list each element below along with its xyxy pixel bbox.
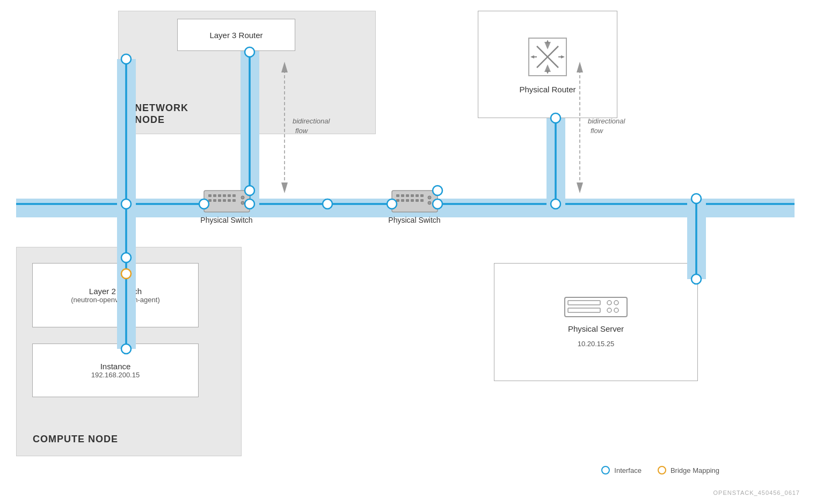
svg-point-64	[245, 186, 254, 195]
svg-point-69	[433, 199, 442, 209]
svg-rect-54	[401, 199, 404, 202]
svg-rect-24	[547, 118, 565, 207]
svg-marker-10	[561, 55, 565, 59]
legend-interface: Interface	[601, 466, 642, 474]
svg-rect-53	[396, 199, 399, 202]
svg-text:bidirectional: bidirectional	[588, 117, 625, 125]
svg-point-60	[428, 201, 431, 204]
svg-rect-46	[392, 191, 438, 212]
legend: Interface Bridge Mapping	[601, 466, 719, 474]
svg-marker-86	[577, 182, 583, 193]
physical-server-box: Physical Server 10.20.15.25	[494, 263, 698, 381]
svg-rect-31	[208, 194, 212, 197]
svg-point-68	[433, 186, 442, 195]
svg-point-65	[245, 199, 254, 209]
svg-marker-81	[281, 182, 288, 193]
l3-router-label: Layer 3 Router	[209, 31, 263, 40]
svg-rect-40	[223, 199, 226, 202]
bridge-mapping-icon	[658, 466, 666, 474]
svg-point-66	[323, 199, 332, 209]
l2-switch-sublabel: (neutron-openvswitch-agent)	[71, 296, 159, 304]
svg-marker-9	[530, 55, 534, 59]
svg-rect-41	[228, 199, 231, 202]
svg-rect-39	[218, 199, 221, 202]
svg-point-59	[428, 196, 431, 199]
svg-point-17	[614, 308, 618, 312]
svg-rect-32	[213, 194, 216, 197]
svg-rect-18	[16, 199, 795, 217]
l2-switch-label: Layer 2 Switch	[89, 287, 142, 296]
svg-point-72	[691, 194, 701, 203]
svg-rect-36	[232, 194, 236, 197]
svg-rect-49	[406, 194, 409, 197]
svg-rect-48	[401, 194, 404, 197]
svg-marker-7	[546, 40, 549, 43]
instance-label: Instance	[100, 362, 131, 371]
svg-point-63	[199, 199, 209, 209]
svg-rect-37	[208, 199, 212, 202]
svg-rect-38	[213, 199, 216, 202]
svg-rect-35	[228, 194, 231, 197]
interface-icon	[601, 466, 610, 474]
svg-text:Physical Switch: Physical Switch	[200, 216, 252, 224]
svg-point-62	[121, 199, 131, 209]
svg-rect-50	[411, 194, 414, 197]
openstack-id: OPENSTACK_450456_0617	[713, 490, 800, 496]
svg-rect-52	[420, 194, 424, 197]
svg-rect-12	[568, 301, 600, 305]
instance-ip: 192.168.200.15	[91, 371, 140, 379]
svg-rect-58	[420, 199, 424, 202]
svg-rect-51	[416, 194, 419, 197]
l3-router-box: Layer 3 Router	[177, 19, 295, 51]
svg-text:Physical Switch: Physical Switch	[388, 216, 440, 224]
svg-marker-8	[546, 70, 549, 74]
physical-server-ip: 10.20.15.25	[578, 340, 615, 348]
svg-point-44	[241, 201, 244, 204]
svg-point-14	[614, 301, 618, 305]
physical-server-label: Physical Server	[568, 324, 624, 333]
instance-box: Instance 192.168.200.15	[32, 344, 199, 397]
svg-rect-34	[223, 194, 226, 197]
legend-bridge-mapping: Bridge Mapping	[658, 466, 719, 474]
svg-rect-55	[406, 199, 409, 202]
network-diagram: NETWORK NODE Layer 3 Router Physical Rou…	[0, 0, 816, 504]
compute-node-label: COMPUTE NODE	[33, 434, 118, 445]
svg-rect-15	[568, 308, 600, 312]
bridge-mapping-label: Bridge Mapping	[671, 466, 719, 474]
interface-label: Interface	[614, 466, 642, 474]
l2-switch-box: Layer 2 Switch (neutron-openvswitch-agen…	[32, 263, 199, 327]
svg-point-43	[241, 196, 244, 199]
svg-rect-42	[232, 199, 236, 202]
svg-rect-56	[411, 199, 414, 202]
physical-router-box: Physical Router	[478, 11, 617, 118]
svg-rect-57	[416, 199, 419, 202]
svg-point-70	[551, 199, 560, 209]
svg-text:flow: flow	[591, 127, 604, 135]
network-node-label: NETWORK NODE	[135, 103, 188, 126]
svg-point-16	[607, 308, 611, 312]
svg-rect-47	[396, 194, 399, 197]
svg-rect-33	[218, 194, 221, 197]
svg-point-67	[387, 199, 397, 209]
physical-router-label: Physical Router	[519, 85, 575, 94]
physical-router-icon	[526, 35, 569, 78]
physical-server-icon	[564, 296, 628, 318]
svg-point-13	[607, 301, 611, 305]
svg-rect-30	[204, 191, 250, 212]
